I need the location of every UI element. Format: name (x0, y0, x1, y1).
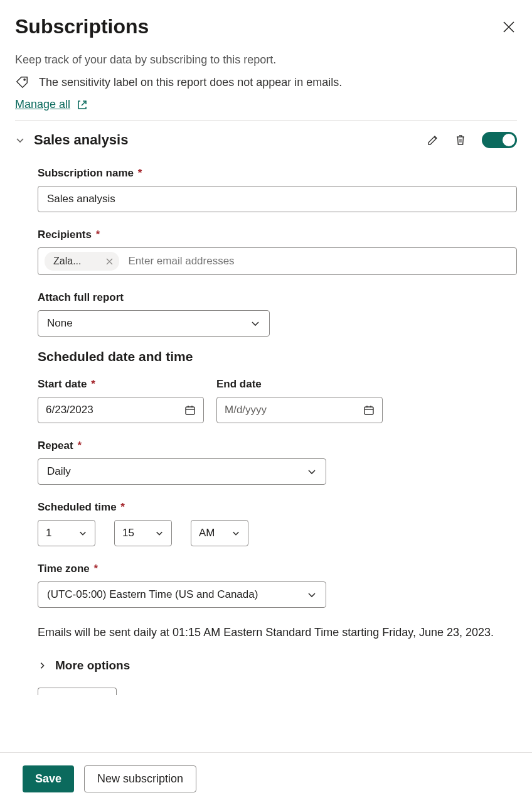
ampm-select[interactable]: AM (191, 520, 248, 546)
end-date-label: End date (216, 378, 383, 391)
calendar-icon (363, 404, 375, 416)
attach-select[interactable]: None (38, 310, 270, 337)
sensitivity-text: The sensitivity label on this report doe… (39, 76, 342, 89)
repeat-value: Daily (47, 465, 71, 478)
hour-value: 1 (46, 527, 51, 539)
subscription-name-input[interactable] (38, 186, 517, 212)
toggle-knob (503, 134, 515, 146)
enable-toggle[interactable] (482, 132, 517, 148)
open-external-icon (77, 99, 88, 111)
remove-recipient-icon[interactable] (106, 258, 113, 265)
repeat-select[interactable]: Daily (38, 458, 326, 485)
page-title: Subscriptions (15, 15, 149, 38)
chevron-down-icon (155, 529, 164, 538)
svg-rect-1 (186, 407, 194, 414)
more-options-toggle[interactable]: More options (38, 659, 517, 673)
start-date-input[interactable]: 6/23/2023 (38, 397, 204, 423)
start-date-label: Start date * (38, 378, 204, 391)
more-options-label: More options (55, 659, 130, 673)
close-button[interactable] (501, 19, 517, 35)
minute-select[interactable]: 15 (114, 520, 172, 546)
chevron-down-icon (307, 467, 317, 477)
divider (15, 120, 517, 121)
recipient-chip-label: Zala... (53, 256, 81, 267)
new-subscription-button[interactable]: New subscription (84, 765, 196, 792)
recipient-chip[interactable]: Zala... (45, 252, 119, 271)
trash-icon (454, 134, 467, 146)
schedule-section-title: Scheduled date and time (38, 349, 517, 364)
calendar-icon (184, 404, 196, 416)
pencil-icon (427, 134, 439, 146)
timezone-value: (UTC-05:00) Eastern Time (US and Canada) (47, 588, 258, 601)
ampm-value: AM (199, 527, 215, 539)
svg-point-0 (24, 79, 25, 80)
page-subtitle: Keep track of your data by subscribing t… (15, 53, 517, 67)
repeat-label: Repeat * (38, 440, 517, 452)
footer-bar: Save New subscription (0, 752, 532, 805)
chevron-down-icon (231, 529, 240, 538)
collapse-toggle[interactable] (15, 135, 25, 145)
end-date-input[interactable]: M/d/yyyy (216, 397, 383, 423)
chevron-right-icon (38, 661, 46, 670)
attach-label: Attach full report (38, 291, 517, 304)
subscription-title: Sales analysis (34, 132, 128, 148)
manage-all-link[interactable]: Manage all (15, 98, 88, 111)
manage-all-label: Manage all (15, 98, 70, 111)
schedule-summary: Emails will be sent daily at 01:15 AM Ea… (38, 624, 517, 641)
end-date-placeholder: M/d/yyyy (225, 404, 267, 416)
close-icon (503, 21, 514, 33)
save-button[interactable]: Save (23, 765, 74, 792)
chevron-down-icon (250, 318, 260, 328)
chevron-down-icon (307, 590, 317, 600)
scheduled-time-label: Scheduled time * (38, 501, 517, 514)
recipients-input[interactable]: Zala... (38, 247, 517, 275)
svg-rect-2 (364, 407, 373, 414)
timezone-select[interactable]: (UTC-05:00) Eastern Time (US and Canada) (38, 581, 326, 608)
chevron-down-icon (15, 135, 25, 145)
attach-value: None (47, 317, 73, 330)
minute-value: 15 (122, 527, 134, 539)
edit-button[interactable] (427, 134, 439, 146)
timezone-label: Time zone * (38, 563, 517, 575)
hour-select[interactable]: 1 (38, 520, 95, 546)
start-date-value: 6/23/2023 (46, 404, 93, 416)
chevron-down-icon (78, 529, 87, 538)
cutoff-element (38, 688, 117, 695)
recipients-text-input[interactable] (128, 255, 510, 267)
tag-icon (15, 75, 29, 89)
subscription-name-label: Subscription name * (38, 167, 517, 180)
recipients-label: Recipients * (38, 229, 517, 241)
delete-button[interactable] (454, 134, 467, 146)
